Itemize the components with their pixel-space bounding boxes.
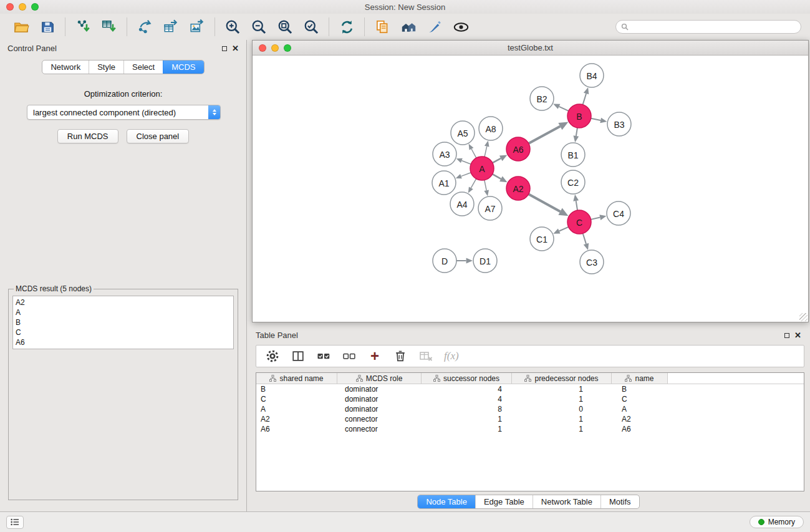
graph-node-C1[interactable]: C1 — [530, 227, 554, 251]
graph-edge-B-B4[interactable] — [583, 94, 586, 105]
table-cell[interactable]: dominator — [337, 395, 422, 404]
close-panel-button[interactable]: ✕ — [794, 331, 801, 339]
table-cell[interactable]: A6 — [612, 425, 668, 433]
table-settings-button[interactable] — [265, 349, 280, 364]
tab-mcds[interactable]: MCDS — [163, 60, 203, 74]
graph-node-A5[interactable]: A5 — [451, 121, 475, 145]
graph-node-A2[interactable]: A2 — [506, 177, 530, 200]
save-session-button[interactable] — [37, 17, 57, 37]
table-cell[interactable]: 1 — [512, 395, 612, 404]
table-cell[interactable]: 1 — [422, 425, 512, 433]
graph-edge-C-C1[interactable] — [559, 227, 569, 231]
table-cell[interactable]: 1 — [422, 415, 512, 423]
delete-column-button[interactable] — [393, 349, 408, 364]
graph-node-A8[interactable]: A8 — [479, 117, 503, 140]
table-row[interactable]: Cdominator41C — [256, 394, 804, 404]
table-body[interactable]: Bdominator41BCdominator41CAdominator80AA… — [256, 384, 804, 491]
graph-edge-A-A3[interactable] — [461, 160, 471, 164]
tab-style[interactable]: Style — [89, 60, 123, 74]
run-mcds-button[interactable]: Run MCDS — [57, 129, 118, 143]
graph-node-B3[interactable]: B3 — [607, 112, 631, 136]
zoom-out-button[interactable] — [249, 17, 269, 37]
style-brush-button[interactable] — [425, 17, 445, 37]
tab-select[interactable]: Select — [123, 60, 163, 74]
graph-node-B1[interactable]: B1 — [561, 143, 585, 167]
graph-edge-C-C3[interactable] — [583, 233, 586, 244]
float-panel-button[interactable] — [784, 329, 789, 341]
table-row[interactable]: Bdominator41B — [256, 384, 804, 394]
graph-node-C[interactable]: C — [567, 210, 591, 234]
graph-edge-B-B2[interactable] — [559, 107, 569, 111]
select-all-button[interactable] — [316, 349, 331, 364]
graph-node-A6[interactable]: A6 — [506, 137, 530, 161]
table-cell[interactable]: C — [256, 395, 337, 404]
zoom-in-button[interactable] — [223, 17, 243, 37]
zoom-fit-button[interactable] — [275, 17, 295, 37]
mcds-result-item[interactable]: C — [16, 327, 231, 337]
table-cell[interactable]: dominator — [337, 385, 422, 394]
table-cell[interactable]: 4 — [422, 395, 512, 404]
graph-edge-B-B3[interactable] — [591, 118, 601, 120]
home-button[interactable] — [398, 17, 418, 37]
network-graph[interactable]: B4B2BB3A8A5A6A3B1AA1C2A2A4A7C4CC1C3DD1 — [253, 56, 808, 322]
column-header-mcds-role[interactable]: MCDS role — [337, 373, 422, 384]
duplicate-network-button[interactable] — [372, 17, 392, 37]
import-network-button[interactable] — [73, 17, 93, 37]
search-field[interactable] — [615, 20, 801, 34]
table-cell[interactable]: B — [256, 385, 337, 394]
column-header-successor-nodes[interactable]: successor nodes — [422, 373, 512, 384]
export-table-button[interactable] — [161, 17, 181, 37]
task-history-button[interactable] — [6, 516, 24, 529]
graph-edge-A-A8[interactable] — [485, 147, 487, 157]
column-header-name[interactable]: name — [612, 373, 668, 384]
table-row[interactable]: Adominator80A — [256, 404, 804, 414]
graph-edge-A-A5[interactable] — [471, 149, 476, 158]
table-cell[interactable]: 1 — [512, 425, 612, 433]
graph-node-D[interactable]: D — [433, 249, 456, 273]
graph-node-A4[interactable]: A4 — [450, 192, 474, 216]
graph-node-C4[interactable]: C4 — [607, 201, 630, 225]
tab-edge-table[interactable]: Edge Table — [475, 495, 533, 508]
graph-node-A3[interactable]: A3 — [433, 142, 456, 166]
table-row[interactable]: A2connector11A2 — [256, 414, 804, 424]
graph-node-C3[interactable]: C3 — [580, 250, 604, 274]
column-header-predecessor-nodes[interactable]: predecessor nodes — [512, 373, 612, 384]
graph-edge-A2-C[interactable] — [529, 194, 561, 211]
table-cell[interactable]: 1 — [512, 385, 612, 394]
table-cell[interactable]: 8 — [422, 405, 512, 414]
apply-layout-button[interactable] — [337, 17, 357, 37]
graph-edge-C-C4[interactable] — [591, 218, 600, 220]
tab-motifs[interactable]: Motifs — [600, 495, 639, 508]
network-canvas[interactable]: B4B2BB3A8A5A6A3B1AA1C2A2A4A7C4CC1C3DD1 — [253, 56, 808, 322]
table-row[interactable]: A6connector11A6 — [256, 424, 804, 434]
table-cell[interactable]: connector — [337, 415, 422, 423]
graph-node-B4[interactable]: B4 — [580, 64, 604, 87]
show-columns-button[interactable] — [291, 349, 306, 364]
column-header-shared-name[interactable]: shared name — [256, 373, 337, 384]
import-table-button[interactable] — [99, 17, 119, 37]
graph-edge-C-C2[interactable] — [576, 201, 577, 210]
graph-node-A7[interactable]: A7 — [478, 196, 502, 220]
tab-network-table[interactable]: Network Table — [533, 495, 600, 508]
table-cell[interactable]: A — [612, 405, 668, 414]
criterion-dropdown[interactable]: largest connected component (directed) — [27, 105, 221, 120]
graph-edge-A-A4[interactable] — [471, 179, 476, 188]
table-cell[interactable]: 1 — [512, 415, 612, 423]
graph-edge-A6-B[interactable] — [529, 127, 561, 143]
graph-node-B2[interactable]: B2 — [530, 87, 554, 110]
mcds-result-list[interactable]: A2ABCA6 — [12, 296, 234, 349]
graph-edge-A-A7[interactable] — [485, 180, 486, 191]
table-cell[interactable]: A2 — [612, 415, 668, 423]
deselect-all-button[interactable] — [342, 349, 357, 364]
graph-edge-A-A2[interactable] — [493, 174, 501, 179]
graph-edge-A-A6[interactable] — [493, 158, 501, 163]
table-cell[interactable]: dominator — [337, 405, 422, 414]
graph-node-C2[interactable]: C2 — [561, 170, 585, 194]
mcds-result-item[interactable]: A — [16, 307, 231, 317]
table-cell[interactable]: A6 — [256, 425, 337, 433]
table-cell[interactable]: C — [612, 395, 668, 404]
table-cell[interactable]: A — [256, 405, 337, 414]
table-cell[interactable]: B — [612, 385, 668, 394]
table-cell[interactable]: connector — [337, 425, 422, 433]
export-network-button[interactable] — [135, 17, 155, 37]
